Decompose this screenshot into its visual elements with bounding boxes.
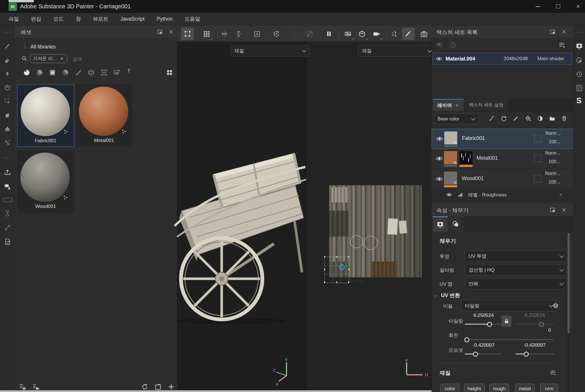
layer-blend-mode[interactable]: Norm (545, 131, 560, 136)
properties-close-icon[interactable] (561, 207, 567, 213)
tiling-y-slider[interactable] (516, 324, 554, 325)
material-mode-select-2d[interactable]: 재질 (358, 45, 435, 56)
layer-thumbnail[interactable] (444, 171, 457, 185)
display-settings-icon[interactable] (576, 42, 583, 50)
search-input[interactable]: 검색 (72, 56, 82, 63)
filter-textures-icon[interactable] (113, 69, 121, 76)
frame-center-button[interactable] (251, 28, 263, 40)
minimize-button[interactable] (534, 2, 542, 10)
shader-settings-icon[interactable] (576, 57, 583, 64)
filter-smart-materials-icon[interactable] (36, 69, 43, 76)
tab-layers-close-icon[interactable] (455, 103, 459, 108)
pause-engine-button[interactable] (323, 28, 335, 40)
layer-thumbnail[interactable] (444, 131, 457, 145)
add-mask-icon[interactable] (537, 115, 543, 122)
offset-x-value[interactable]: -0.420007 (465, 342, 502, 348)
assets-close-icon[interactable] (168, 29, 174, 35)
layer-blend-mode[interactable]: Norm (545, 171, 560, 176)
assets-dock-icon[interactable] (157, 29, 163, 35)
transform-manipulator-button[interactable] (181, 28, 194, 40)
layer-opacity[interactable]: 100 (549, 159, 560, 164)
channel-button-metal[interactable]: metal (515, 384, 535, 392)
history-icon[interactable] (576, 71, 583, 78)
clone-stamp-tool-icon[interactable] (4, 126, 11, 132)
material-picker-tool-icon[interactable] (4, 139, 11, 146)
navigation-gizmo-3d[interactable]: Y Z X (273, 358, 302, 388)
view-3d-mode-button[interactable] (356, 28, 368, 40)
hourglass-icon[interactable] (4, 210, 11, 217)
tab-layers[interactable]: 레이어 (433, 99, 464, 111)
tab-fill-properties[interactable] (433, 216, 448, 232)
scale-mode-select[interactable]: 타일링 (461, 300, 556, 311)
projection-pen-tool-icon[interactable] (4, 71, 11, 77)
geometry-mask-tool-icon[interactable] (4, 84, 11, 91)
viewport-split-mode-button[interactable] (342, 28, 354, 40)
tab-material-properties[interactable] (448, 216, 463, 232)
add-effect-icon[interactable] (488, 115, 495, 122)
shelf-list-save-icon[interactable] (19, 383, 26, 391)
smp-badge[interactable]: SMP (2, 197, 13, 202)
scale-info-icon[interactable] (552, 302, 559, 309)
effect-remove-icon[interactable] (559, 192, 563, 197)
effect-eye-icon[interactable] (446, 192, 452, 198)
properties-scrollbar[interactable] (567, 232, 570, 392)
menu-mode[interactable]: 모드 (53, 15, 64, 22)
right-strip-drag-handle[interactable] (575, 32, 583, 33)
resource-updater-icon[interactable] (4, 238, 11, 245)
texture-set-row-material004[interactable]: Material.004 2048x2048 Main shader (433, 53, 572, 65)
texture-set-visibility-icon[interactable] (436, 41, 443, 49)
tab-texture-set-settings[interactable]: 택스처 세트 설정 (464, 99, 508, 111)
layer-opacity[interactable]: 100 (549, 180, 560, 185)
offset-y-slider[interactable] (516, 354, 554, 354)
smudge-tool-icon[interactable] (4, 112, 11, 119)
asset-tile-wood001[interactable]: Wood001 (17, 150, 74, 213)
shelf-refresh-icon[interactable] (141, 383, 149, 391)
layer-row-metal001[interactable]: Metal001 Norm 100 (432, 149, 574, 169)
add-paint-layer-icon[interactable] (513, 115, 519, 122)
eraser-tool-icon[interactable] (4, 57, 11, 64)
menu-python[interactable]: Python (157, 16, 173, 22)
layer-opacity[interactable]: 100 (549, 139, 560, 145)
channel-button-rough[interactable]: rough (490, 384, 509, 392)
mirror-horizontal-button[interactable] (218, 28, 231, 40)
asset-tile-fabric001[interactable]: Fabric001 (17, 84, 74, 147)
filter-filters-icon[interactable] (62, 69, 69, 76)
properties-dock-icon[interactable] (549, 207, 556, 213)
tiling-x-slider[interactable] (465, 324, 502, 325)
tiling-y-value[interactable]: 6.250524 (516, 313, 554, 318)
all-libraries-label[interactable]: All libraries (30, 44, 56, 50)
shelf-new-frame-icon[interactable] (154, 383, 162, 391)
layer-row-fabric001[interactable]: Fabric001 Norm 100 (432, 129, 574, 149)
menu-help[interactable]: 도움말 (185, 15, 200, 22)
layer-thumbnail[interactable] (444, 151, 457, 164)
layer-blend-mode[interactable]: Norm (545, 151, 560, 156)
layer-mask-thumbnail[interactable] (459, 151, 473, 164)
effect-row-levels-roughness[interactable]: 레벨 - Roughness (432, 189, 574, 200)
texture-set-solo-icon[interactable] (449, 41, 457, 49)
uv-island-handle[interactable] (324, 256, 325, 258)
export-icon[interactable] (4, 169, 11, 176)
channel-button-nrm[interactable]: nrm (540, 384, 558, 392)
left-strip-drag-handle-2[interactable] (3, 157, 12, 159)
filter-fonts-icon[interactable]: T (127, 68, 130, 74)
layer-eye-icon[interactable] (436, 155, 443, 162)
paint-brush-tool-icon[interactable] (4, 43, 11, 50)
menu-edit[interactable]: 편집 (31, 15, 41, 22)
log-icon[interactable] (576, 84, 583, 92)
grid-view-icon[interactable] (166, 69, 173, 76)
projection-select[interactable]: UV 투영 (465, 250, 567, 262)
offset-x-slider[interactable] (465, 354, 502, 354)
menu-window[interactable]: 창 (76, 15, 81, 22)
paint-mode-button[interactable] (402, 28, 415, 40)
add-fill-layer-icon[interactable] (525, 115, 531, 122)
layer-row-wood001[interactable]: Wood001 Norm 100 (432, 169, 574, 189)
left-strip-drag-handle[interactable] (3, 32, 12, 33)
selection-tool-icon[interactable] (4, 98, 11, 105)
search-tag-remove-icon[interactable] (60, 56, 64, 61)
tiling-lock-button[interactable] (502, 315, 511, 327)
properties-scrollbar-thumb[interactable] (568, 233, 570, 333)
uv-wrap-select[interactable]: 반복 (465, 278, 567, 289)
carriage-3d-model[interactable] (171, 149, 308, 325)
offset-y-value[interactable]: -0.420007 (516, 342, 554, 348)
texture-set-row-eye-icon[interactable] (436, 56, 442, 62)
